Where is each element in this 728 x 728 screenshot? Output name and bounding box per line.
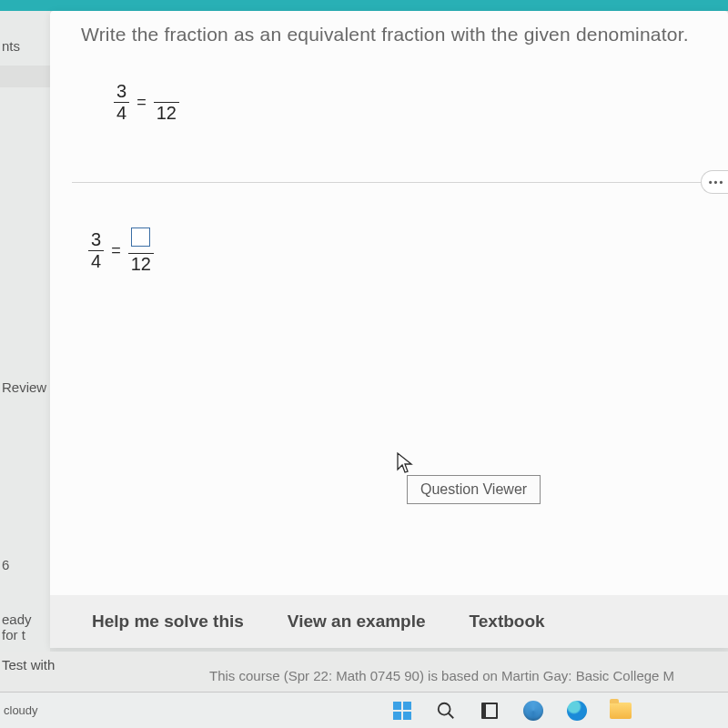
answer-input-wrap	[128, 228, 154, 253]
chat-icon[interactable]	[522, 700, 544, 722]
sidebar-highlight	[0, 66, 50, 87]
fraction-given: 3 4	[114, 82, 129, 123]
sidebar-item-fragment-2: 6	[0, 557, 9, 572]
equals-sign: =	[111, 241, 121, 260]
given-equation: 3 4 = 12	[114, 82, 179, 123]
help-me-solve-button[interactable]: Help me solve this	[92, 612, 244, 632]
question-prompt: Write the fraction as an equivalent frac…	[81, 24, 689, 46]
sidebar-item-fragment-1[interactable]: nts	[0, 38, 20, 54]
fraction-target: 12	[154, 82, 179, 123]
more-button[interactable]: •••	[701, 170, 728, 194]
test-with-label[interactable]: Test with	[2, 657, 55, 672]
question-viewer-tooltip: Question Viewer	[407, 475, 541, 504]
question-panel: Write the fraction as an equivalent frac…	[50, 11, 728, 648]
ellipsis-icon: •••	[709, 177, 725, 187]
sidebar-item-ready[interactable]: eady for t	[0, 612, 50, 642]
weather-widget[interactable]: cloudy	[4, 703, 38, 717]
fraction-denominator-target: 12	[128, 254, 154, 274]
fraction-numerator: 3	[114, 82, 129, 102]
windows-taskbar[interactable]: cloudy	[0, 692, 728, 728]
windows-icon	[393, 702, 411, 720]
sidebar-item-review[interactable]: Review	[0, 379, 46, 395]
edge-icon[interactable]	[566, 700, 588, 722]
answer-equation: 3 4 = 12	[88, 228, 154, 274]
fraction-denominator: 4	[88, 251, 104, 271]
answer-input[interactable]	[131, 228, 150, 247]
fraction-numerator-blank	[154, 82, 179, 102]
edge-glyph	[567, 701, 587, 721]
action-bar: Help me solve this View an example Textb…	[50, 595, 728, 648]
view-example-button[interactable]: View an example	[288, 612, 426, 632]
search-icon[interactable]	[435, 700, 457, 722]
fraction-numerator: 3	[88, 230, 104, 250]
textbook-button[interactable]: Textbook	[470, 612, 545, 632]
start-menu-icon[interactable]	[391, 700, 413, 722]
screen: nts Review 6 eady for t Write the fracti…	[0, 0, 728, 728]
task-view-icon[interactable]	[479, 700, 500, 722]
fraction-answer: 12	[128, 228, 154, 274]
left-sidebar: nts Review 6 eady for t	[0, 11, 50, 673]
svg-line-1	[449, 713, 454, 718]
weather-text: cloudy	[4, 703, 38, 717]
fraction-denominator: 4	[114, 103, 129, 123]
folder-glyph	[610, 703, 632, 719]
cursor-icon	[396, 451, 414, 475]
fraction-given-2: 3 4	[88, 230, 104, 271]
chat-glyph	[523, 701, 543, 721]
window-top-band	[0, 0, 728, 11]
fraction-denominator-target: 12	[154, 103, 179, 123]
course-info-text: This course (Spr 22: Math 0745 90) is ba…	[209, 668, 674, 683]
taskview-glyph	[481, 703, 498, 719]
taskbar-icons	[391, 700, 632, 722]
equals-sign: =	[136, 93, 147, 112]
file-explorer-icon[interactable]	[610, 700, 632, 722]
divider	[72, 182, 717, 183]
svg-point-0	[439, 703, 450, 714]
